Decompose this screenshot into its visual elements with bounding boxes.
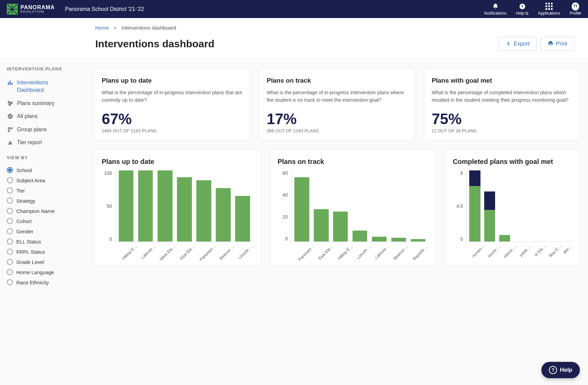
viewby-label: Gender — [16, 229, 33, 234]
top-nav: PANORAMA EDUCATION Panorama School Distr… — [0, 0, 588, 18]
export-button[interactable]: Export — [499, 37, 537, 51]
print-icon — [548, 40, 553, 47]
bar[interactable] — [136, 170, 154, 241]
nav-profile[interactable]: TT Profile — [570, 3, 581, 16]
sidebar-item-all[interactable]: All plans — [4, 110, 78, 123]
chart-title: Plans up to date — [102, 158, 253, 166]
bar[interactable] — [542, 170, 556, 241]
bar[interactable] — [293, 170, 311, 241]
bar[interactable] — [498, 170, 511, 241]
bar[interactable] — [483, 170, 496, 241]
logo-mark-icon — [7, 4, 18, 15]
kpi-value: 75% — [432, 112, 572, 127]
bar[interactable] — [117, 170, 135, 241]
viewby-option-tier[interactable]: Tier — [4, 185, 78, 196]
breadcrumb-separator: > — [114, 25, 117, 31]
kpi-description: What is the percentage of completed inte… — [432, 89, 572, 104]
kpi-card: Plans up to date What is the percentage … — [94, 68, 250, 140]
nav-notifications[interactable]: Notifications — [484, 3, 506, 16]
svg-point-8 — [9, 103, 11, 106]
dash-icon — [7, 80, 14, 86]
chart-completed-goal-met: Completed plans with goal met 94.50noram… — [445, 149, 580, 266]
radio-icon — [7, 269, 13, 275]
viewby-option-frpl-status[interactable]: FRPL Status — [4, 247, 78, 257]
viewby-label: Home Language — [16, 269, 54, 275]
viewby-option-ell-status[interactable]: ELL Status — [4, 236, 78, 247]
sidebar-item-group[interactable]: Group plans — [4, 123, 78, 136]
bar[interactable] — [557, 170, 571, 241]
svg-point-6 — [8, 101, 11, 103]
kpi-sub: 12 OUT OF 16 PLANS — [432, 129, 572, 133]
bar[interactable] — [312, 170, 330, 241]
sidebar-item-tier[interactable]: Tier report — [4, 136, 78, 149]
radio-icon — [7, 279, 13, 285]
kpi-title: Plans on track — [267, 77, 407, 84]
kpi-title: Plans up to date — [102, 77, 242, 84]
sidebar: INTERVENTION PLANS Interventions Dashboa… — [0, 58, 82, 296]
bar[interactable] — [527, 170, 541, 241]
svg-text:?: ? — [521, 4, 523, 9]
bar[interactable] — [156, 170, 174, 241]
viewby-label: Champion Name — [16, 208, 55, 214]
radio-icon — [7, 187, 13, 194]
breadcrumb-home[interactable]: Home — [95, 25, 109, 31]
all-icon — [7, 113, 14, 119]
brand-logo[interactable]: PANORAMA EDUCATION — [7, 4, 55, 15]
radio-icon — [7, 177, 13, 183]
bar[interactable] — [390, 170, 408, 241]
viewby-option-subject-area[interactable]: Subject Area — [4, 175, 78, 185]
viewby-option-grade-level[interactable]: Grade Level — [4, 257, 78, 267]
bell-icon — [492, 3, 499, 10]
radio-icon — [7, 198, 13, 204]
viewby-option-strategy[interactable]: Strategy — [4, 196, 78, 206]
nav-help[interactable]: ? Help ⧉ — [516, 3, 528, 16]
svg-rect-10 — [8, 127, 10, 129]
chart-title: Completed plans with goal met — [453, 158, 572, 166]
viewby-option-race-ethnicity[interactable]: Race Ethnicity — [4, 277, 78, 287]
bar[interactable] — [195, 170, 213, 241]
breadcrumb-current: Interventions dashboard — [121, 25, 176, 31]
viewby-label: Strategy — [16, 198, 35, 204]
sidebar-item-dash[interactable]: Interventions Dashboard — [4, 76, 78, 97]
viewby-label: School — [16, 167, 32, 173]
bar[interactable] — [331, 170, 349, 241]
logo-text: PANORAMA EDUCATION — [20, 5, 55, 13]
viewby-option-school[interactable]: School — [4, 165, 78, 175]
sidebar-heading-viewby: VIEW BY — [7, 155, 75, 160]
radio-icon — [7, 208, 13, 214]
bar[interactable] — [513, 170, 526, 241]
sidebar-item-summary[interactable]: Plans summary — [4, 97, 78, 110]
kpi-card: Plans with goal met What is the percenta… — [424, 68, 580, 140]
radio-icon — [7, 167, 13, 173]
radio-icon — [7, 238, 13, 245]
page-header: Home > Interventions dashboard Intervent… — [0, 18, 588, 58]
viewby-label: ELL Status — [16, 239, 41, 245]
kpi-title: Plans with goal met — [432, 77, 572, 84]
bar[interactable] — [214, 170, 232, 241]
print-button[interactable]: Print — [541, 37, 574, 51]
help-icon: ? — [519, 3, 526, 10]
bar[interactable] — [370, 170, 388, 241]
viewby-option-gender[interactable]: Gender — [4, 226, 78, 236]
bar[interactable] — [409, 170, 427, 241]
radio-icon — [7, 259, 13, 265]
chart-title: Plans on track — [278, 158, 428, 166]
bar[interactable] — [175, 170, 193, 241]
viewby-label: FRPL Status — [16, 249, 45, 255]
radio-icon — [7, 218, 13, 224]
viewby-label: Cohort — [16, 218, 32, 224]
viewby-option-cohort[interactable]: Cohort — [4, 216, 78, 226]
nav-applications[interactable]: Applications — [538, 3, 560, 16]
viewby-label: Subject Area — [16, 178, 45, 183]
bar[interactable] — [351, 170, 369, 241]
bar[interactable] — [468, 170, 482, 241]
viewby-option-home-language[interactable]: Home Language — [4, 267, 78, 277]
viewby-option-champion-name[interactable]: Champion Name — [4, 206, 78, 216]
sidebar-item-label: Interventions Dashboard — [17, 79, 75, 94]
svg-rect-4 — [10, 81, 11, 85]
apps-grid-icon — [545, 3, 553, 10]
bar[interactable] — [234, 170, 252, 241]
chart-plans-on-track: Plans on track 6040200Panoram…East Ele…H… — [270, 149, 436, 266]
viewby-label: Race Ethnicity — [16, 280, 49, 285]
download-icon — [506, 40, 511, 47]
